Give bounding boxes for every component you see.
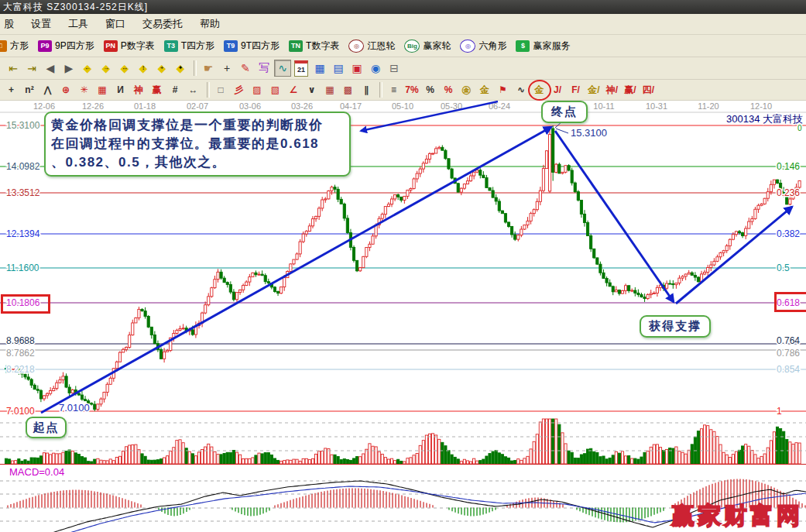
speed-lines-icon[interactable]: ∠ — [286, 82, 302, 98]
t-number-table-tool-icon: TN — [289, 40, 303, 52]
menu-item-0[interactable]: 股 — [0, 15, 22, 33]
expand-horizontal-icon[interactable]: ◆↔ — [116, 60, 133, 77]
zigzag-icon[interactable]: И — [112, 82, 129, 98]
gann-wheel-tool-button[interactable]: ◎江恩轮 — [347, 39, 395, 53]
calendar-icon[interactable]: 21 — [293, 60, 310, 77]
zoom-out-all-icon[interactable]: ◆✦ — [172, 60, 189, 77]
a-wave-icon[interactable]: ∿ — [513, 82, 530, 98]
expand-vertical-icon[interactable]: ◆↕ — [135, 60, 152, 77]
f-angle-icon[interactable]: F/ — [568, 82, 584, 98]
gann-star-icon[interactable]: ✳ — [76, 82, 92, 98]
shift-left-icon[interactable]: ◆← — [79, 60, 96, 77]
go-first-icon[interactable]: ⇤ — [5, 60, 22, 77]
grid-red-icon[interactable]: ▦ — [322, 82, 338, 98]
volume-levels-icon[interactable]: ≡ — [386, 82, 402, 98]
network-icon[interactable]: ◉ — [367, 60, 384, 77]
step-forward-icon[interactable]: ▶ — [60, 60, 77, 77]
trading-app-window: 大富科技 SZ300134-252日K线] 股设置工具窗口交易委托帮助 □方形P… — [0, 0, 806, 532]
fib-price-label-14.0982: 14.0982 — [6, 161, 40, 172]
shen-angle-icon[interactable]: 神/ — [604, 82, 620, 98]
symbol-corner-label: 300134 大富科技 — [726, 113, 803, 125]
wave-zigzag-icon[interactable]: ∨ — [304, 82, 320, 98]
percent-slash-icon[interactable]: 7% — [404, 82, 420, 98]
save-icon[interactable]: ▣ — [348, 60, 365, 77]
draw-pen-icon[interactable]: ✎ — [237, 60, 254, 77]
site-watermark: 赢家财富网 — [671, 500, 803, 532]
gold-circle-icon[interactable]: ㊎ — [458, 82, 475, 98]
t-number-table-tool-button[interactable]: TNT数字表 — [287, 39, 339, 53]
fib-numbers-icon[interactable]: n² — [22, 82, 38, 98]
cross-line-icon[interactable]: + — [3, 82, 19, 98]
9t-square-tool-label: 9T四方形 — [241, 39, 280, 53]
j-angle-icon[interactable]: J/ — [550, 82, 566, 98]
endpoint-label-box[interactable]: 终点 — [541, 101, 588, 123]
box-tool-icon[interactable]: □ — [213, 82, 229, 98]
t-square-tool-button[interactable]: T3T四方形 — [163, 39, 214, 53]
menu-item-5[interactable]: 帮助 — [191, 15, 228, 33]
crosshair-icon[interactable]: + — [218, 60, 235, 77]
date-tick: 01-18 — [134, 101, 156, 111]
shape-toolbar: □方形P99P四方形PNP数字表T3T四方形T99T四方形TNT数字表◎江恩轮B… — [0, 35, 806, 57]
calculator-icon[interactable]: ▦ — [311, 60, 328, 77]
menu-item-4[interactable]: 交易委托 — [134, 15, 191, 33]
angle-line-icon[interactable]: ⋀ — [39, 82, 56, 98]
percent-icon[interactable]: % — [422, 82, 438, 98]
range-measure-icon[interactable]: ↔ — [185, 82, 201, 98]
winner-service-button[interactable]: $赢家服务 — [514, 39, 570, 53]
winner-wheel-tool-label: 赢家轮 — [423, 39, 451, 53]
fib-price-label-8.9688: 8.9688 — [6, 335, 35, 346]
hexagon-tool-button[interactable]: ◎六角形 — [458, 39, 506, 53]
fan-box-icon[interactable]: ▨ — [249, 82, 266, 98]
volume-bars — [5, 419, 801, 464]
report-icon[interactable]: ▤ — [330, 60, 347, 77]
golden-retracement-note-box[interactable]: 黄金价格回调支撑位是一个重要的判断股价 在回调过程中的支撑位。最重要的是0.61… — [44, 112, 351, 177]
go-last-icon[interactable]: ⇥ — [23, 60, 40, 77]
golden-retracement-icon[interactable]: 金 — [531, 82, 547, 98]
winner-service-icon: $ — [516, 40, 530, 52]
gold-angle-icon[interactable]: 金/ — [586, 82, 602, 98]
menu-item-1[interactable]: 设置 — [22, 15, 60, 33]
flag-marker-icon[interactable]: ⚑ — [495, 82, 511, 98]
date-tick: 10-11 — [593, 101, 614, 111]
number-grid-icon[interactable]: # — [167, 82, 183, 98]
pan-hand-icon[interactable]: ☛ — [200, 60, 217, 77]
percent-levels-icon[interactable]: % — [441, 82, 457, 98]
shift-right-icon[interactable]: ◆→ — [98, 60, 115, 77]
fib-price-label-8.7862: 8.7862 — [6, 348, 35, 359]
ying-tool-icon[interactable]: 赢 — [149, 82, 165, 98]
fan-lines-icon[interactable]: 彡 — [231, 82, 247, 98]
fib-ratio-label-0.382: 0.382 — [777, 228, 800, 239]
gann-grid-box-icon[interactable]: ▦ — [94, 82, 111, 98]
gold-levels-icon[interactable]: 金 — [477, 82, 493, 98]
p-number-table-tool-label: P数字表 — [121, 39, 155, 53]
trend-arrow-2 — [555, 131, 674, 302]
support-label-box[interactable]: 获得支撑 — [640, 315, 711, 338]
square-tool-button[interactable]: □方形 — [0, 39, 29, 53]
t-square-tool-label: T四方形 — [181, 39, 214, 53]
gann-circle-icon[interactable]: ⊕ — [58, 82, 74, 98]
toolbar-separator — [194, 60, 197, 76]
shen-tool-icon[interactable]: 神 — [131, 82, 147, 98]
wave-analyzer-icon[interactable]: ∿ — [274, 60, 291, 77]
kline-chart-region[interactable]: 12-0612-2601-1802-0703-0603-2604-1705-10… — [0, 101, 806, 532]
zoom-in-all-icon[interactable]: ◆+ — [153, 60, 170, 77]
four-angle-icon[interactable]: 四/ — [640, 82, 657, 98]
menu-item-2[interactable]: 工具 — [60, 15, 97, 33]
ying-angle-icon[interactable]: 赢/ — [623, 82, 639, 98]
menu-item-3[interactable]: 窗口 — [97, 15, 134, 33]
winner-wheel-tool-button[interactable]: Big赢家轮 — [403, 39, 451, 53]
grid-dark-icon[interactable]: ▩ — [340, 82, 356, 98]
9p-square-tool-button[interactable]: P99P四方形 — [36, 39, 94, 53]
9t-square-tool-button[interactable]: T99T四方形 — [222, 39, 280, 53]
gann-wheel-tool-icon: ◎ — [348, 39, 364, 53]
p-number-table-tool-button[interactable]: PNP数字表 — [102, 39, 155, 53]
notes-tool-icon[interactable]: 写 — [256, 60, 273, 77]
print-icon[interactable]: ⊟ — [386, 60, 403, 77]
step-back-icon[interactable]: ◀ — [42, 60, 59, 77]
parallel-lines-icon[interactable]: ∥ — [358, 82, 375, 98]
fan-box-dark-icon[interactable]: ▧ — [267, 82, 283, 98]
title-bar[interactable]: 大富科技 SZ300134-252日K线] — [0, 0, 806, 14]
square-tool-label: 方形 — [10, 39, 29, 53]
startpoint-label-box[interactable]: 起点 — [26, 417, 67, 438]
note-line-2: 在回调过程中的支撑位。最重要的是0.618 — [51, 135, 344, 153]
